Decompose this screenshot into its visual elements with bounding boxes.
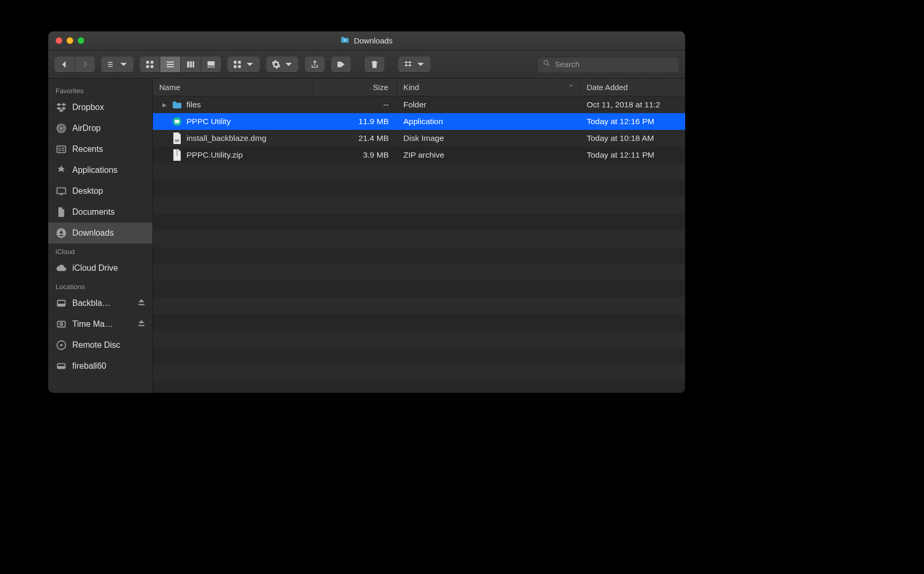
list-view-button[interactable] — [160, 57, 181, 72]
sidebar-item-airdrop[interactable]: AirDrop — [48, 118, 152, 139]
finder-window: Downloads — [48, 31, 685, 393]
sidebar-item-icloud-drive[interactable]: iCloud Drive — [48, 258, 152, 279]
sidebar-item-backblaze[interactable]: Backbla… — [48, 293, 152, 314]
documents-icon — [56, 206, 67, 218]
sidebar-item-fireball60[interactable]: fireball60 — [48, 356, 152, 377]
minimize-button[interactable] — [67, 37, 73, 44]
file-name: files — [186, 100, 201, 109]
disclosure-triangle-icon[interactable]: ▶ — [161, 102, 168, 108]
sidebar-section-label: iCloud — [48, 244, 152, 258]
sidebar-item-applications[interactable]: Applications — [48, 160, 152, 181]
svg-rect-39 — [177, 150, 178, 151]
file-row[interactable]: PPPC.Utility.zip3.9 MBZIP archiveToday a… — [153, 147, 685, 163]
airdrop-icon — [56, 123, 67, 134]
forward-button[interactable] — [75, 57, 95, 72]
svg-point-15 — [544, 61, 548, 65]
group-by-button[interactable] — [101, 57, 134, 72]
file-icon — [172, 116, 182, 127]
sidebar-section-label: Locations — [48, 279, 152, 293]
drive-icon — [56, 297, 67, 309]
svg-rect-6 — [193, 61, 194, 68]
cell-kind: Folder — [397, 96, 580, 113]
cell-size: 3.9 MB — [313, 147, 397, 163]
sidebar-item-label: Desktop — [72, 186, 145, 196]
svg-rect-13 — [234, 65, 236, 68]
cell-date: Oct 11, 2018 at 11:2 — [580, 96, 685, 113]
arrange-button[interactable] — [227, 57, 260, 72]
empty-row — [153, 381, 685, 393]
empty-row — [153, 214, 685, 230]
window-title: Downloads — [48, 31, 685, 50]
file-row[interactable]: install_backblaze.dmg21.4 MBDisk ImageTo… — [153, 130, 685, 147]
folder-icon — [340, 36, 349, 45]
empty-row — [153, 230, 685, 247]
tmdrive-icon — [56, 318, 67, 330]
share-button[interactable] — [305, 57, 325, 72]
svg-rect-41 — [177, 153, 178, 154]
sort-indicator-icon: ⌃ — [569, 84, 574, 91]
trash-button[interactable] — [365, 57, 384, 72]
close-button[interactable] — [56, 37, 62, 44]
search-icon — [543, 59, 551, 69]
sidebar-item-downloads[interactable]: Downloads — [48, 223, 152, 244]
column-size[interactable]: Size — [313, 79, 397, 96]
column-kind[interactable]: Kind ⌃ — [397, 79, 580, 96]
svg-rect-35 — [58, 366, 65, 369]
cell-date: Today at 12:16 PM — [580, 113, 685, 130]
zoom-button[interactable] — [78, 37, 84, 44]
empty-row — [153, 331, 685, 348]
svg-rect-0 — [146, 61, 149, 63]
search-field[interactable] — [537, 57, 679, 72]
sidebar-item-timemachine[interactable]: Time Ma… — [48, 314, 152, 335]
apps-icon — [56, 164, 67, 176]
tags-button[interactable] — [331, 57, 351, 72]
file-row[interactable]: ▶files--FolderOct 11, 2018 at 11:2 — [153, 96, 685, 113]
file-name: PPPC Utility — [186, 117, 230, 126]
icon-view-button[interactable] — [140, 57, 160, 72]
eject-icon[interactable] — [138, 299, 145, 308]
sidebar-item-label: AirDrop — [72, 124, 145, 133]
cell-size: 11.9 MB — [313, 113, 397, 130]
sidebar-item-label: Documents — [72, 207, 145, 217]
sidebar-item-dropbox[interactable]: Dropbox — [48, 97, 152, 118]
sidebar-item-desktop[interactable]: Desktop — [48, 181, 152, 202]
cell-size: 21.4 MB — [313, 130, 397, 147]
svg-rect-23 — [62, 150, 64, 151]
empty-row — [153, 297, 685, 314]
search-input[interactable] — [555, 60, 674, 69]
sidebar-section-label: Favorites — [48, 83, 152, 97]
svg-rect-29 — [58, 304, 65, 306]
action-button[interactable] — [266, 57, 299, 72]
view-buttons — [140, 57, 221, 72]
sidebar-item-documents[interactable]: Documents — [48, 202, 152, 223]
svg-rect-37 — [175, 120, 179, 124]
svg-rect-42 — [177, 154, 178, 156]
svg-rect-2 — [146, 65, 149, 68]
column-date-added[interactable]: Date Added — [580, 79, 685, 96]
cell-date: Today at 10:18 AM — [580, 130, 685, 147]
cell-name: install_backblaze.dmg — [155, 130, 313, 147]
gallery-view-button[interactable] — [201, 57, 221, 72]
file-icon — [172, 133, 182, 144]
empty-row — [153, 264, 685, 281]
svg-rect-22 — [62, 148, 64, 149]
svg-rect-10 — [213, 66, 215, 67]
window-title-text: Downloads — [354, 36, 392, 45]
svg-point-16 — [60, 127, 63, 130]
empty-row — [153, 365, 685, 381]
desktop-icon — [56, 185, 67, 197]
dropbox-button[interactable] — [398, 57, 431, 72]
back-button[interactable] — [54, 57, 75, 72]
svg-rect-40 — [177, 151, 178, 152]
cell-size: -- — [313, 96, 397, 113]
svg-rect-38 — [175, 139, 179, 142]
sidebar: FavoritesDropboxAirDropRecentsApplicatio… — [48, 79, 153, 393]
sidebar-item-remote-disc[interactable]: Remote Disc — [48, 335, 152, 356]
file-row[interactable]: PPPC Utility11.9 MBApplicationToday at 1… — [153, 113, 685, 130]
column-view-button[interactable] — [181, 57, 201, 72]
column-name[interactable]: Name — [153, 79, 313, 96]
sidebar-item-recents[interactable]: Recents — [48, 139, 152, 160]
svg-rect-11 — [234, 61, 236, 63]
eject-icon[interactable] — [138, 319, 145, 329]
svg-rect-14 — [238, 65, 241, 68]
